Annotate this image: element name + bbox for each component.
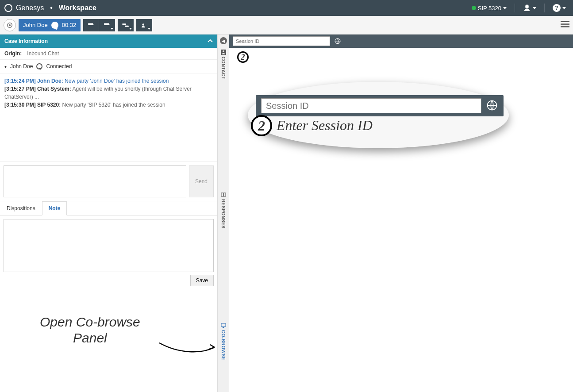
interaction-toolbar: John Doe 00:32 [0,16,573,35]
target-icon [6,22,13,29]
lower-tabs: Dispositions Note [0,201,217,215]
case-info-header[interactable]: Case Information [0,35,217,48]
globe-icon [334,38,341,45]
svg-rect-3 [561,21,569,23]
contact-icon [221,50,226,55]
interaction-target-button[interactable] [4,19,16,31]
svg-point-2 [142,23,145,26]
expand-toggle[interactable]: ▾ [4,64,7,69]
help-icon: ? [553,4,561,12]
caret-down-icon [533,7,536,9]
caret-down-icon [503,7,507,9]
svg-rect-4 [561,23,569,25]
rail-tab-cobrowse[interactable]: CO-BROWSE [221,321,226,362]
origin-label: Origin: [4,50,22,57]
book-icon [221,192,226,197]
case-origin-row: Origin: Inbound Chat [0,48,217,60]
divider [544,4,545,12]
caret-down-icon [148,28,150,30]
chat-icon [51,22,58,29]
caret-down-icon [111,28,113,30]
annotation-enter-session-label: Enter Session ID [277,117,373,134]
tab-note[interactable]: Note [42,201,67,215]
session-bar [229,35,573,48]
collapse-rail-button[interactable]: ◀ [220,37,227,44]
rail-tab-contact[interactable]: CONTACT [221,48,226,81]
case-info-title: Case Information [4,38,48,44]
chat-message-input[interactable] [4,165,186,197]
chat-transfer-button[interactable] [99,19,115,31]
annotation-step-badge-large: 2 [251,115,272,136]
consult-group [136,19,152,31]
note-textarea[interactable] [4,219,214,272]
agent-status-menu[interactable]: SIP 5320 [469,3,509,13]
consult-button[interactable] [136,19,152,31]
status-available-icon [472,6,476,10]
contact-name: John Doe [23,22,48,28]
svg-rect-9 [223,327,224,328]
monitor-icon [221,323,226,328]
chat-action-group [83,19,115,31]
party-status: Connected [46,63,72,69]
interaction-timer: 00:32 [62,22,77,28]
party-name: John Doe [10,63,33,69]
caret-down-icon [129,28,132,30]
active-interaction-chip[interactable]: John Doe 00:32 [19,19,81,31]
annotation-zoom-input [261,98,481,113]
chat-compose: Send [0,162,217,201]
annotation-step-badge: 2 [237,51,249,63]
main-menu-button[interactable] [561,21,569,29]
tab-dispositions[interactable]: Dispositions [0,201,42,215]
genesys-logo-icon [3,3,13,13]
annotation-zoom-session-bar [256,95,504,116]
product-name: Workspace [59,4,96,12]
app-header: Genesys • Workspace SIP 5320 ? [0,0,573,16]
origin-value: Inbound Chat [27,50,59,57]
transcript-message: [3:15:24 PM] John Doe: New party 'John D… [4,77,213,85]
annotation-zoom-globe [486,99,498,113]
separator-dot: • [50,4,53,12]
globe-icon [486,99,498,111]
annotation-open-cobrowse-text: Open Co-browse Panel [40,314,140,346]
divider [515,4,515,12]
brand: Genesys • Workspace [4,4,96,12]
chat-transcript: [3:15:24 PM] John Doe: New party 'John D… [0,73,217,162]
save-note-button[interactable]: Save [190,275,214,286]
chat-connected-icon [36,63,42,69]
note-panel: Save [0,215,217,392]
caret-down-icon [562,7,566,9]
side-rail: ◀ CONTACT RESPONSES CO-BROWSE [218,35,229,392]
end-chat-button[interactable] [83,19,99,31]
transcript-message: [3:15:27 PM] Chat System: Agent will be … [4,85,213,101]
send-button[interactable]: Send [189,165,214,197]
svg-point-1 [9,24,11,26]
help-menu[interactable]: ? [550,2,569,14]
session-id-input[interactable] [233,36,330,46]
rail-tab-responses[interactable]: RESPONSES [221,190,226,231]
svg-point-7 [223,50,224,52]
conference-group [118,19,134,31]
brand-name: Genesys [16,4,44,12]
annotation-arrow-icon [157,336,219,358]
person-headset-icon [523,4,531,12]
party-row: ▾ John Doe Connected [0,60,217,73]
svg-rect-8 [221,323,226,327]
agent-sip-label: SIP 5320 [478,5,501,12]
agent-menu[interactable] [520,2,539,14]
collapse-icon[interactable] [208,38,213,44]
svg-rect-5 [561,26,569,27]
conference-button[interactable] [118,19,134,31]
start-session-button[interactable] [333,36,342,46]
transcript-message: [3:15:30 PM] SIP 5320: New party 'SIP 53… [4,101,213,109]
